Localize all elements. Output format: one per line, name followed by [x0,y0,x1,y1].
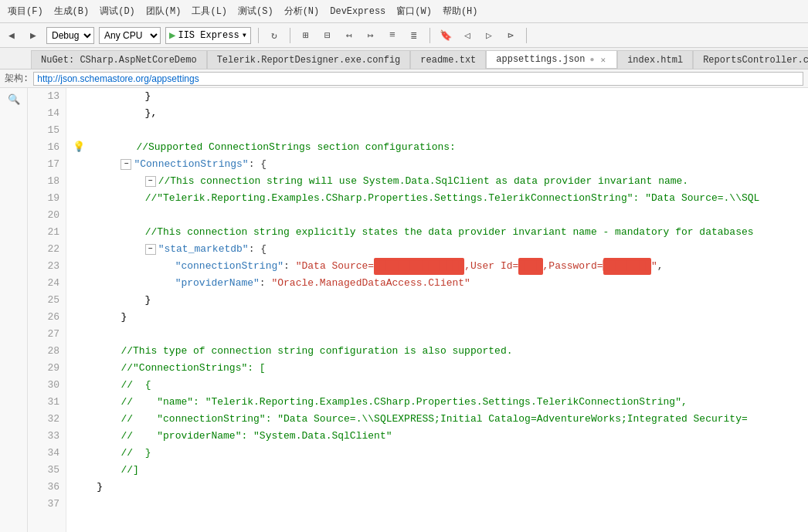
debug-toolbar: ◀ ▶ Debug Any CPU ▶ IIS Express ▾ ↻ ⊞ ⊟ … [0,23,808,48]
tab-appsettings-close[interactable]: ✕ [599,55,608,65]
code-line-26: } [73,309,808,326]
address-bar: 架构: [0,69,808,88]
menu-help[interactable]: 帮助(H) [438,3,483,19]
left-panel-search[interactable]: 🔍 [5,91,22,108]
toolbar-btn8[interactable]: ▷ [480,27,497,44]
debug-mode-select[interactable]: Debug [46,27,94,44]
toolbar-btn1[interactable]: ⊞ [297,27,314,44]
menu-devexpress[interactable]: DevExpress [325,5,390,19]
tab-telerik-config[interactable]: Telerik.ReportDesigner.exe.config [207,50,411,69]
tab-readme[interactable]: readme.txt [410,50,486,69]
left-panel: 🔍 [0,88,28,532]
code-line-25: } [73,292,808,309]
code-line-27 [73,326,808,343]
separator1 [258,28,259,43]
code-line-14: }, [73,105,808,122]
menu-debug[interactable]: 调试(D) [95,3,140,19]
code-line-21: //This connection string explicitly stat… [73,224,808,241]
tab-telerik-label: Telerik.ReportDesigner.exe.config [217,55,401,66]
code-line-29: //"ConnectionStrings": [ [73,360,808,377]
toolbar-btn5[interactable]: ≡ [384,27,401,44]
code-line-15 [73,122,808,139]
tab-nuget[interactable]: NuGet: CSharp.AspNetCoreDemo [31,50,207,69]
main-area: 🔍 13 14 15 16 17 18 19 20 21 22 23 24 25… [0,88,808,532]
tab-reportscontroller-label: ReportsController.cs [703,55,808,66]
code-line-24: "providerName": "Oracle.ManagedDataAcces… [73,275,808,292]
menu-analyze[interactable]: 分析(N) [280,3,324,19]
tab-index[interactable]: index.html [617,50,693,69]
code-line-23: "connectionString": "Data Source=███████… [73,258,808,275]
menu-test[interactable]: 测试(S) [233,3,278,19]
forward-button[interactable]: ▶ [25,27,42,44]
collapse-btn-18[interactable]: − [145,176,156,187]
address-label: 架构: [5,72,29,85]
separator3 [429,28,430,43]
tab-appsettings-label: appsettings.json [496,54,585,65]
code-area: 13 14 15 16 17 18 19 20 21 22 23 24 25 2… [28,88,808,532]
code-line-30: // { [73,377,808,394]
cpu-select[interactable]: Any CPU [99,27,161,44]
menu-items: 项目(F) 生成(B) 调试(D) 团队(M) 工具(L) 测试(S) 分析(N… [3,3,483,19]
separator4 [526,28,527,43]
code-editor[interactable]: 13 14 15 16 17 18 19 20 21 22 23 24 25 2… [28,88,808,532]
code-line-19: //"Telerik.Reporting.Examples.CSharp.Pro… [73,190,808,207]
tabs-bar: NuGet: CSharp.AspNetCoreDemo Telerik.Rep… [0,48,808,69]
bookmark-button[interactable]: 🔖 [437,27,454,44]
collapse-btn-22[interactable]: − [145,244,156,255]
code-line-22: − "stat_marketdb": { [73,241,808,258]
code-line-36: } [73,479,808,496]
menu-build[interactable]: 生成(B) [49,3,94,19]
tab-index-label: index.html [627,55,683,66]
menu-team[interactable]: 团队(M) [141,3,186,19]
iis-label: IIS Express [178,30,239,41]
tab-reportscontroller[interactable]: ReportsController.cs [693,50,808,69]
menu-project[interactable]: 项目(F) [3,3,48,19]
code-line-31: // "name": "Telerik.Reporting.Examples.C… [73,394,808,411]
menu-tools[interactable]: 工具(L) [187,3,232,19]
toolbar-btn2[interactable]: ⊟ [319,27,336,44]
line-numbers: 13 14 15 16 17 18 19 20 21 22 23 24 25 2… [28,88,66,532]
code-line-17: − "ConnectionStrings": { [73,156,808,173]
code-line-35: //] [73,462,808,479]
refresh-button[interactable]: ↻ [266,27,283,44]
code-line-28: //This type of connection string configu… [73,343,808,360]
code-line-13: } [73,88,808,105]
iis-run-button[interactable]: ▶ IIS Express ▾ [165,27,251,44]
code-line-34: // } [73,445,808,462]
iis-dropdown-icon: ▾ [242,29,247,41]
toolbar-btn7[interactable]: ◁ [459,27,476,44]
tab-nuget-label: NuGet: CSharp.AspNetCoreDemo [41,55,197,66]
tab-readme-label: readme.txt [420,55,476,66]
code-line-20 [73,207,808,224]
back-button[interactable]: ◀ [3,27,20,44]
tab-save-dot: ● [590,56,595,64]
play-icon: ▶ [169,29,175,42]
code-line-37 [73,496,808,513]
code-line-18: − //This connection string will use Syst… [73,173,808,190]
toolbar-btn9[interactable]: ⊳ [502,27,519,44]
warning-icon: 💡 [73,139,85,156]
collapse-btn-17[interactable]: − [121,159,131,170]
code-line-16: 💡 //Supported ConnectionStrings section … [73,139,808,156]
menu-bar: 项目(F) 生成(B) 调试(D) 团队(M) 工具(L) 测试(S) 分析(N… [0,0,808,23]
toolbar-btn6[interactable]: ≣ [406,27,423,44]
schema-url-input[interactable] [33,72,803,86]
code-line-32: // "connectionString": "Data Source=.\\S… [73,411,808,428]
toolbar-btn4[interactable]: ↦ [362,27,379,44]
tab-appsettings[interactable]: appsettings.json ● ✕ [486,50,617,69]
menu-window[interactable]: 窗口(W) [392,3,436,19]
toolbar-btn3[interactable]: ↤ [341,27,358,44]
separator2 [290,28,290,43]
code-content: } }, 💡 //Supported ConnectionStrings sec… [66,88,808,532]
code-line-33: // "providerName": "System.Data.SqlClien… [73,428,808,445]
